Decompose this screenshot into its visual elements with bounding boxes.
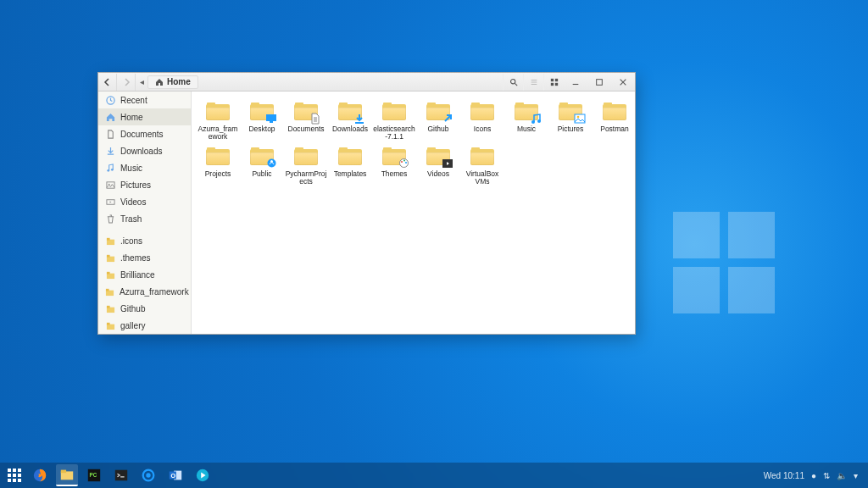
svg-rect-23 — [106, 322, 109, 324]
file-item-label: Desktop — [248, 125, 275, 133]
theme-overlay-icon — [398, 158, 409, 169]
folder-icon — [380, 100, 409, 124]
system-tray[interactable]: Wed 10:11 ● ⇅ 🔈 ▾ — [764, 471, 863, 480]
svg-rect-2 — [554, 78, 557, 80]
taskbar-app-firefox[interactable] — [29, 464, 51, 486]
folder-icon — [600, 100, 629, 124]
folder-icon — [556, 100, 585, 124]
firefox-icon — [32, 468, 47, 483]
svg-rect-28 — [575, 114, 585, 123]
app-menu-button[interactable] — [5, 466, 24, 485]
file-item[interactable]: Postman — [593, 100, 635, 141]
file-item[interactable]: Pictures — [549, 100, 592, 141]
sidebar-item-label: gallery — [120, 321, 145, 330]
path-separator-icon: ◂ — [136, 77, 147, 86]
sidebar-bookmark-themes[interactable]: .themes — [98, 249, 191, 266]
file-item[interactable]: Projects — [197, 145, 239, 186]
file-item[interactable]: Public — [241, 145, 283, 186]
music-icon — [105, 163, 115, 173]
clock-icon — [105, 95, 115, 105]
file-item-label: Videos — [427, 170, 449, 178]
sidebar-item-trash[interactable]: Trash — [98, 210, 191, 227]
svg-rect-21 — [106, 305, 109, 308]
close-button[interactable] — [611, 74, 635, 91]
tray-network-icon: ⇅ — [823, 471, 830, 480]
sidebar-item-label: Github — [120, 304, 145, 313]
view-list-button[interactable] — [523, 74, 543, 91]
folder-icon — [424, 145, 453, 169]
file-item[interactable]: Azurra_framework — [197, 100, 239, 141]
sidebar-item-downloads[interactable]: Downloads — [98, 142, 191, 159]
back-button[interactable] — [98, 74, 117, 91]
clock: Wed 10:11 — [764, 471, 804, 480]
folder-icon — [248, 100, 276, 124]
doc-overlay-icon — [309, 113, 321, 125]
forward-button[interactable] — [117, 74, 136, 91]
grid-icon — [550, 78, 559, 86]
svg-rect-42 — [115, 470, 127, 481]
list-icon — [530, 78, 538, 86]
file-item[interactable]: Github — [417, 100, 459, 141]
search-button[interactable] — [503, 74, 523, 91]
taskbar-app-terminal[interactable] — [110, 464, 132, 486]
svg-rect-4 — [554, 82, 557, 85]
view-grid-button[interactable] — [543, 74, 564, 91]
taskbar-app-outlook[interactable]: O — [164, 464, 186, 486]
sidebar-item-pictures[interactable]: Pictures — [98, 176, 191, 193]
taskbar-app-media[interactable] — [192, 464, 214, 486]
folder-icon — [105, 320, 115, 330]
folder-icon — [105, 303, 115, 313]
sidebar-item-recent[interactable]: Recent — [98, 92, 191, 108]
svg-point-29 — [577, 116, 580, 119]
wallpaper-windows-logo — [673, 212, 775, 313]
files-icon — [59, 467, 75, 482]
sidebar-bookmark-gallery[interactable]: gallery — [98, 317, 191, 334]
svg-rect-18 — [106, 290, 114, 295]
file-item[interactable]: PycharmProjects — [285, 145, 327, 186]
sidebar-item-documents[interactable]: Documents — [98, 125, 191, 142]
file-item[interactable]: Videos — [417, 145, 459, 186]
sidebar-bookmark-brilliance[interactable]: Brilliance — [98, 266, 191, 283]
file-item[interactable]: Desktop — [241, 100, 283, 141]
maximize-button[interactable] — [587, 74, 611, 91]
sidebar-item-label: Trash — [120, 214, 142, 224]
svg-text:O: O — [171, 472, 176, 480]
file-item[interactable]: Music — [505, 100, 548, 141]
file-item[interactable]: Icons — [461, 100, 504, 141]
sidebar-item-videos[interactable]: Videos — [98, 193, 191, 210]
sidebar-bookmark-azurraframework[interactable]: Azurra_framework — [98, 283, 191, 300]
file-manager-window: ◂ Home RecentHomeDocumentsDownloadsMusic… — [97, 72, 636, 335]
folder-icon — [203, 145, 232, 169]
file-item-label: Pictures — [558, 125, 584, 133]
sidebar-bookmark-icons[interactable]: .icons — [98, 232, 191, 249]
taskbar-app-pycharm[interactable]: PC — [83, 464, 105, 486]
sidebar-item-home[interactable]: Home — [98, 108, 191, 125]
folder-icon — [203, 100, 232, 124]
file-item[interactable]: Templates — [329, 145, 371, 186]
tray-battery-icon: ▾ — [854, 471, 858, 480]
content-area[interactable]: Azurra_frameworkDesktopDocumentsDownload… — [192, 92, 635, 334]
sidebar-bookmark-github[interactable]: Github — [98, 300, 191, 317]
sidebar-item-music[interactable]: Music — [98, 159, 191, 176]
file-item[interactable]: Downloads — [329, 100, 371, 141]
sidebar-item-label: Home — [120, 113, 143, 122]
taskbar-app-circle[interactable] — [137, 464, 159, 486]
minimize-button[interactable] — [564, 74, 587, 91]
sidebar-item-label: Videos — [120, 197, 146, 207]
folder-icon — [468, 145, 497, 169]
file-item-label: Documents — [288, 125, 325, 133]
svg-text:PC: PC — [90, 472, 97, 478]
taskbar-app-files[interactable] — [56, 464, 78, 486]
breadcrumb-home[interactable]: Home — [147, 75, 198, 89]
close-icon — [619, 78, 627, 86]
folder-icon — [248, 145, 276, 169]
sidebar-item-label: Downloads — [120, 147, 162, 156]
file-item[interactable]: Themes — [373, 145, 415, 186]
file-item[interactable]: Documents — [285, 100, 327, 141]
svg-point-7 — [107, 169, 109, 171]
taskbar: PC O Wed 10:11 ● ⇅ 🔈 ▾ — [0, 463, 868, 488]
video-overlay-icon — [442, 158, 453, 169]
file-item[interactable]: elasticsearch-7.1.1 — [373, 100, 415, 141]
file-item[interactable]: VirtualBox VMs — [461, 145, 504, 186]
download-overlay-icon — [353, 113, 365, 125]
